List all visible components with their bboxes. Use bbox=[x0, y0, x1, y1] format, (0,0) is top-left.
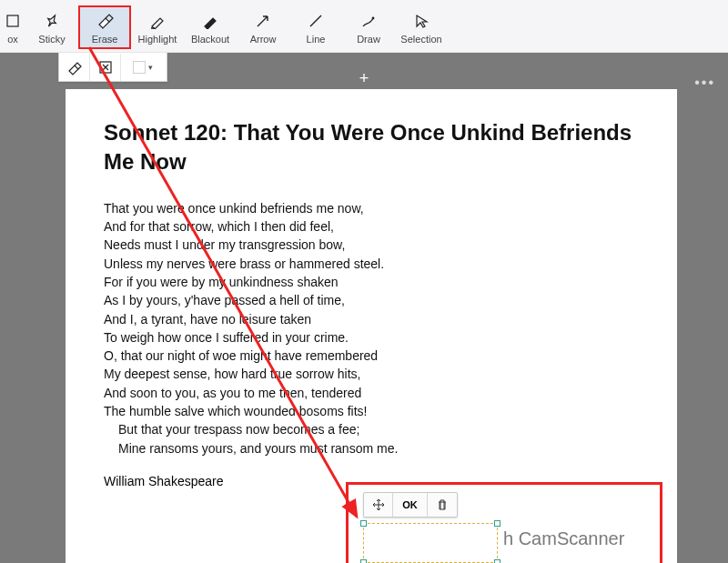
poem-line: And I, a tyrant, have no leisure taken bbox=[104, 310, 639, 328]
toolbar-blackout[interactable]: Blackout bbox=[184, 5, 237, 49]
erase-delete-button[interactable] bbox=[428, 493, 457, 517]
box-icon bbox=[3, 11, 23, 31]
toolbar-selection[interactable]: Selection bbox=[395, 5, 448, 49]
chevron-down-icon: ▾ bbox=[148, 63, 153, 72]
resize-handle[interactable] bbox=[494, 520, 500, 527]
poem-body: That you were once unkind befriends me n… bbox=[104, 199, 639, 457]
svg-point-1 bbox=[372, 16, 375, 19]
canvas-area: + ••• Sonnet 120: That You Were Once Unk… bbox=[0, 53, 728, 563]
line-icon bbox=[306, 11, 326, 31]
erase-popup-controls: OK bbox=[363, 492, 458, 518]
poem-line: The humble salve which wounded bosoms fi… bbox=[104, 402, 639, 420]
sub-color-dropdown[interactable]: ▾ bbox=[121, 54, 165, 81]
pin-icon bbox=[42, 11, 62, 31]
toolbar-box-partial[interactable]: ox bbox=[0, 5, 25, 49]
sub-clear-icon[interactable] bbox=[90, 54, 121, 81]
toolbar-arrow[interactable]: Arrow bbox=[237, 5, 289, 49]
erase-callout-box: OK h CamScanner bbox=[346, 482, 662, 563]
draw-icon bbox=[359, 11, 379, 31]
resize-handle[interactable] bbox=[494, 559, 500, 563]
poem-line: As I by yours, y'have passed a hell of t… bbox=[104, 291, 639, 309]
poem-line: Unless my nerves were brass or hammered … bbox=[104, 255, 639, 273]
watermark-text: h CamScanner bbox=[503, 528, 624, 549]
blackout-icon bbox=[200, 11, 220, 31]
sub-erase-icon[interactable] bbox=[59, 54, 90, 81]
document-title: Sonnet 120: That You Were Once Unkind Be… bbox=[104, 118, 639, 177]
arrow-icon bbox=[253, 11, 273, 31]
erase-sub-toolbar: ▾ bbox=[58, 53, 167, 82]
erase-selection-box[interactable] bbox=[363, 523, 498, 563]
color-swatch bbox=[133, 61, 146, 74]
svg-rect-0 bbox=[7, 15, 18, 26]
cursor-icon bbox=[411, 11, 431, 31]
resize-handle[interactable] bbox=[360, 559, 367, 563]
poem-line: My deepest sense, how hard true sorrow h… bbox=[104, 365, 639, 383]
toolbar-draw[interactable]: Draw bbox=[342, 5, 395, 49]
poem-line: To weigh how once I suffered in your cri… bbox=[104, 328, 639, 347]
erase-icon bbox=[95, 11, 115, 31]
toolbar-sticky[interactable]: Sticky bbox=[25, 5, 78, 49]
resize-handle[interactable] bbox=[360, 520, 367, 527]
toolbar-highlight[interactable]: Highlight bbox=[131, 5, 184, 49]
poem-line: Mine ransoms yours, and yours must ranso… bbox=[104, 439, 639, 457]
erase-ok-button[interactable]: OK bbox=[393, 493, 428, 517]
poem-line: But that your trespass now becomes a fee… bbox=[104, 420, 639, 438]
poem-line: And soon to you, as you to me then, tend… bbox=[104, 384, 639, 402]
poem-line: For if you were by my unkindness shaken bbox=[104, 273, 639, 291]
toolbar-line[interactable]: Line bbox=[289, 5, 342, 49]
highlight-icon bbox=[147, 11, 167, 31]
main-toolbar: ox Sticky Erase Highlight Blackout Arrow bbox=[0, 0, 728, 53]
toolbar-erase[interactable]: Erase bbox=[78, 5, 131, 49]
poem-line: And for that sorrow, which I then did fe… bbox=[104, 217, 639, 236]
poem-line: That you were once unkind befriends me n… bbox=[104, 199, 639, 217]
add-page-button[interactable]: + bbox=[359, 69, 369, 88]
poem-line: Needs must I under my transgression bow, bbox=[104, 236, 639, 254]
poem-line: O, that our night of woe might have reme… bbox=[104, 347, 639, 365]
erase-move-handle[interactable] bbox=[364, 493, 393, 517]
page-more-menu[interactable]: ••• bbox=[694, 75, 715, 91]
